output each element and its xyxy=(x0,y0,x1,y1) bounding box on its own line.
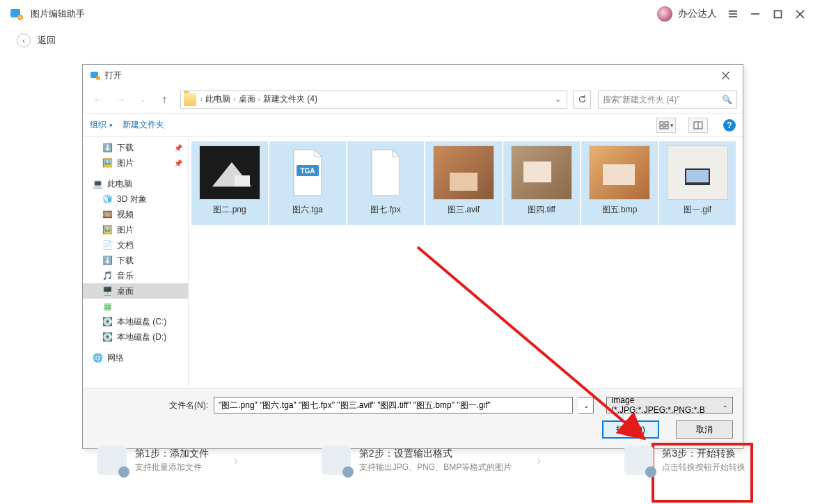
step-icon xyxy=(97,446,127,475)
cancel-button[interactable]: 取消 xyxy=(676,420,733,439)
svg-rect-2 xyxy=(19,17,21,18)
tree-3dobjects[interactable]: 🧊3D 对象 xyxy=(83,191,188,207)
organize-button[interactable]: 组织▾ xyxy=(90,119,113,131)
app-titlebar: 图片编辑助手 办公达人 xyxy=(0,0,813,28)
thumb-icon xyxy=(667,145,728,200)
avatar xyxy=(657,6,672,22)
pin-icon: 📌 xyxy=(174,144,182,152)
new-folder-button[interactable]: 新建文件夹 xyxy=(123,119,164,131)
dialog-title: 打开 xyxy=(105,70,715,81)
back-label: 返回 xyxy=(38,34,56,47)
step-1: 第1步：添加文件支持批量添加文件 › xyxy=(97,446,238,475)
file-item[interactable]: 图一.gif xyxy=(659,141,736,225)
file-label: 图七.fpx xyxy=(370,204,400,216)
nav-tree: ⬇️下载📌 🖼️图片📌 💻此电脑 🧊3D 对象 🎞️视频 🖼️图片 📄文档 ⬇️… xyxy=(83,137,189,388)
file-label: 图三.avif xyxy=(448,204,480,216)
tree-music[interactable]: 🎵音乐 xyxy=(83,268,188,283)
pin-icon: 📌 xyxy=(174,159,182,167)
svg-text:TGA: TGA xyxy=(300,167,315,175)
file-item[interactable]: 图二.png xyxy=(191,141,268,225)
user-label: 办公达人 xyxy=(678,8,717,20)
filetype-filter[interactable]: Image (*.JPG;*.JPEG;*.PNG;*.B⌄ xyxy=(606,397,733,414)
step-desc: 支持批量添加文件 xyxy=(135,462,209,473)
svg-rect-21 xyxy=(235,175,250,187)
tree-documents[interactable]: 📄文档 xyxy=(83,237,188,253)
back-row: ‹ 返回 xyxy=(0,28,813,53)
maximize-icon[interactable] xyxy=(773,9,782,19)
folder-icon xyxy=(184,93,196,106)
address-dropdown[interactable]: ⌄ xyxy=(552,95,564,104)
thumb-icon xyxy=(433,145,494,200)
nav-recent-dropdown[interactable]: ⌄ xyxy=(133,90,152,109)
back-button[interactable]: ‹ xyxy=(17,33,31,47)
nav-up-icon[interactable]: ↑ xyxy=(155,90,173,109)
filename-dropdown[interactable]: ⌄ xyxy=(578,397,594,414)
nav-forward-icon[interactable]: → xyxy=(111,90,130,109)
step-title: 第3步：开始转换 xyxy=(662,448,745,460)
dialog-close-button[interactable] xyxy=(715,67,736,84)
file-label: 图一.gif xyxy=(684,204,711,216)
file-label: 图四.tiff xyxy=(528,204,555,216)
view-mode-button[interactable]: ▾ xyxy=(656,118,676,133)
preview-pane-button[interactable] xyxy=(688,118,708,133)
step-desc: 点击转换按钮开始转换 xyxy=(662,462,745,473)
nav-bar: ← → ⌄ ↑ › 此电脑 › 桌面 › 新建文件夹 (4) ⌄ 🔍 xyxy=(83,86,743,113)
step-icon xyxy=(322,446,351,475)
refresh-button[interactable] xyxy=(573,90,591,109)
tree-thispc[interactable]: 💻此电脑 xyxy=(83,176,188,191)
menu-icon[interactable] xyxy=(728,9,738,19)
minimize-icon[interactable] xyxy=(750,9,760,19)
tree-diskc[interactable]: 💽本地磁盘 (C:) xyxy=(83,314,188,329)
svg-rect-26 xyxy=(603,164,635,185)
thumb-icon xyxy=(589,145,650,200)
thumb-icon xyxy=(355,145,416,200)
step-desc: 支持输出JPG、PNG、BMP等格式的图片 xyxy=(359,462,512,473)
chevron-right-icon: › xyxy=(537,453,541,468)
crumb-1[interactable]: 桌面 xyxy=(239,93,255,105)
open-dialog: 打开 ← → ⌄ ↑ › 此电脑 › 桌面 › 新建文件夹 (4) ⌄ 🔍 组织… xyxy=(82,64,743,449)
tree-downloads2[interactable]: ⬇️下载 xyxy=(83,253,188,268)
file-item[interactable]: 图五.bmp xyxy=(581,141,658,225)
file-label: 图五.bmp xyxy=(602,204,638,216)
tree-pictures[interactable]: 🖼️图片📌 xyxy=(83,155,188,171)
svg-point-11 xyxy=(96,76,100,80)
file-grid: 图二.png TGA 图六.tga 图七.fpx 图三.avif 图四.t xyxy=(189,137,743,388)
steps-row: 第1步：添加文件支持批量添加文件 › 第2步：设置输出格式支持输出JPG、PNG… xyxy=(97,446,745,475)
tree-diskd[interactable]: 💽本地磁盘 (D:) xyxy=(83,329,188,345)
svg-rect-24 xyxy=(450,173,477,191)
open-button[interactable]: 打开(O) xyxy=(602,420,659,439)
filename-label: 文件名(N): xyxy=(169,400,208,411)
tree-unnamed[interactable]: ▦ xyxy=(83,299,188,314)
tree-downloads[interactable]: ⬇️下载📌 xyxy=(83,140,188,155)
app-title: 图片编辑助手 xyxy=(31,8,85,20)
step-3: 第3步：开始转换点击转换按钮开始转换 xyxy=(624,446,745,475)
app-icon xyxy=(8,6,25,22)
address-bar[interactable]: › 此电脑 › 桌面 › 新建文件夹 (4) ⌄ xyxy=(180,90,567,109)
crumb-2[interactable]: 新建文件夹 (4) xyxy=(263,93,317,105)
dialog-icon xyxy=(90,70,101,81)
file-item[interactable]: 图四.tiff xyxy=(503,141,580,225)
help-icon[interactable]: ? xyxy=(723,119,736,132)
user-area[interactable]: 办公达人 xyxy=(657,6,717,22)
tree-pictures2[interactable]: 🖼️图片 xyxy=(83,222,188,237)
svg-rect-7 xyxy=(774,10,781,17)
file-item[interactable]: 图三.avif xyxy=(425,141,502,225)
search-input[interactable] xyxy=(603,95,722,104)
dialog-toolbar: 组织▾ 新建文件夹 ▾ ? xyxy=(83,113,743,137)
close-icon[interactable] xyxy=(795,9,805,19)
tree-network[interactable]: 🌐网络 xyxy=(83,350,188,365)
chevron-right-icon: › xyxy=(234,453,238,468)
svg-rect-25 xyxy=(523,162,551,182)
file-item[interactable]: TGA 图六.tga xyxy=(269,141,346,225)
search-icon[interactable]: 🔍 xyxy=(722,95,732,104)
tree-desktop[interactable]: 🖥️桌面 xyxy=(83,283,188,299)
filename-input[interactable]: "图二.png" "图六.tga" "图七.fpx" "图三.avif" "图四… xyxy=(214,397,573,414)
crumb-0[interactable]: 此电脑 xyxy=(205,93,230,105)
file-item[interactable]: 图七.fpx xyxy=(347,141,424,225)
svg-rect-28 xyxy=(686,170,709,182)
svg-rect-15 xyxy=(665,122,668,125)
nav-back-icon[interactable]: ← xyxy=(88,90,108,109)
search-box[interactable]: 🔍 xyxy=(598,90,737,109)
tree-videos[interactable]: 🎞️视频 xyxy=(83,207,188,222)
dialog-titlebar: 打开 xyxy=(83,65,743,86)
